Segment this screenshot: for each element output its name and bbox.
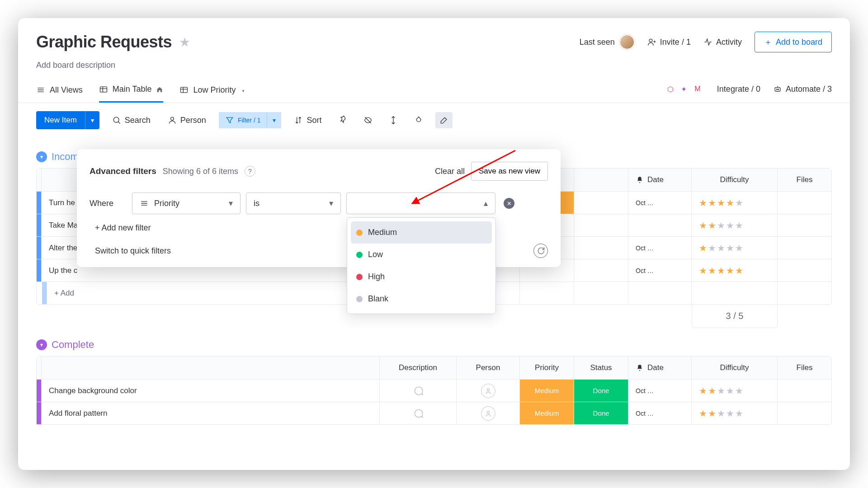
col-person[interactable]: Person [456,357,519,379]
add-to-board-button[interactable]: ＋ Add to board [755,32,832,52]
all-views-label: All Views [50,85,83,95]
bell-icon [636,364,644,372]
filter-operator-select[interactable]: is ▾ [246,192,341,214]
col-description[interactable]: Description [379,357,456,379]
all-views-tab[interactable]: All Views [36,80,83,102]
cell-difficulty[interactable]: ★★★★★ [691,214,777,236]
integrate-link[interactable]: Integrate / 0 [717,84,760,94]
filter-option-medium[interactable]: Medium [351,221,492,244]
cell-difficulty[interactable]: ★★★★★ [691,259,777,282]
switch-quick-filters-link[interactable]: Switch to quick filters [95,246,171,256]
cell-description[interactable] [379,402,456,424]
col-difficulty[interactable]: Difficulty [691,169,777,191]
cell-files[interactable] [777,214,831,236]
cell-status[interactable]: Done [574,380,628,402]
person-filter-button[interactable]: Person [163,112,211,129]
filter-option-blank[interactable]: Blank [351,288,492,310]
item-name[interactable]: Add floral pattern [41,402,379,424]
low-priority-tab[interactable]: Low Priority [179,80,246,102]
views-bar: All Views Main Table Low Priority ⬡ ✦ M … [18,70,850,103]
add-item-label: + Add [47,282,379,304]
main-table-tab[interactable]: Main Table [99,79,164,103]
cell-status[interactable] [574,214,628,236]
cell-difficulty[interactable]: ★★★★★ [691,192,777,214]
cell-date[interactable]: Oct … [628,192,691,214]
sort-button[interactable]: Sort [289,112,326,129]
caret-up-icon: ▴ [484,198,488,208]
cell-status[interactable] [574,237,628,259]
filter-value-dropdown: Medium Low High Blank [347,217,496,314]
filter-option-high[interactable]: High [351,266,492,288]
cell-date[interactable]: Oct … [628,259,691,282]
cell-files[interactable] [777,192,831,214]
hamburger-icon [36,85,45,94]
hide-icon[interactable] [359,112,377,128]
table-row[interactable]: Add floral pattern Medium Done Oct … ★★★… [37,402,831,424]
new-item-dropdown[interactable]: ▾ [85,111,99,129]
clear-all-link[interactable]: Clear all [435,167,465,176]
cell-difficulty[interactable]: ★★★★★ [691,237,777,259]
star-icon[interactable]: ★ [179,35,190,50]
item-name[interactable]: Change background color [41,380,379,402]
board-description[interactable]: Add board description [18,57,850,70]
option-label: Low [368,250,383,259]
chat-bubble-icon [412,408,424,419]
col-files[interactable]: Files [777,357,831,379]
cell-difficulty[interactable]: ★★★★★ [691,380,777,402]
cell-status[interactable] [574,192,628,214]
col-date[interactable]: Date [628,169,691,191]
col-files[interactable]: Files [777,169,831,191]
col-date-label: Date [647,175,664,184]
board-header: Graphic Requests ★ Last seen Invite / 1 … [18,18,850,57]
low-priority-label: Low Priority [193,85,236,95]
cell-status[interactable]: Done [574,402,628,424]
cell-files[interactable] [777,402,831,424]
cell-date[interactable]: Oct … [628,380,691,402]
col-status[interactable]: Status [574,357,628,379]
help-icon[interactable]: ? [245,166,255,177]
filter-value-select[interactable]: ▴ Medium Low High Blank [346,192,495,214]
automate-label: Automate / 3 [786,84,832,94]
col-difficulty[interactable]: Difficulty [691,357,777,379]
popover-title: Advanced filters [90,166,156,176]
height-icon[interactable] [385,112,402,128]
invite-link[interactable]: Invite / 1 [647,38,691,47]
remove-filter-icon[interactable]: ✕ [504,198,514,209]
pin-tool-icon[interactable] [334,112,351,128]
cell-files[interactable] [777,259,831,282]
col-date[interactable]: Date [628,357,691,379]
filter-column-select[interactable]: Priority ▾ [132,192,241,214]
cell-date[interactable]: Oct … [628,402,691,424]
cell-files[interactable] [777,237,831,259]
chat-icon[interactable] [533,244,548,258]
avatar[interactable] [619,34,635,50]
edit-icon[interactable] [435,112,453,128]
cell-priority[interactable]: Medium [519,380,574,402]
status-chip: Done [574,402,628,424]
filter-button[interactable]: Filter / 1 ▾ [219,112,282,128]
activity-link[interactable]: Activity [703,38,742,47]
chat-bubble-icon [412,385,424,397]
option-label: Blank [368,294,388,304]
filter-dropdown-caret[interactable]: ▾ [267,113,281,127]
table-row[interactable]: Change background color Medium Done Oct … [37,379,831,402]
col-priority[interactable]: Priority [519,357,574,379]
save-view-button[interactable]: Save as new view [471,162,548,181]
cell-date[interactable]: Oct … [628,237,691,259]
group-header-complete[interactable]: ▾ Complete [36,339,832,351]
cell-person[interactable] [456,402,519,424]
color-icon[interactable] [410,112,427,128]
cell-date[interactable] [628,214,691,236]
filter-option-low[interactable]: Low [351,244,492,266]
new-item-button[interactable]: New Item [36,111,85,129]
person-label: Person [180,116,206,125]
search-icon [112,116,121,125]
cell-files[interactable] [777,380,831,402]
cell-status[interactable] [574,259,628,282]
cell-priority[interactable]: Medium [519,402,574,424]
cell-difficulty[interactable]: ★★★★★ [691,402,777,424]
automate-link[interactable]: Automate / 3 [773,84,832,94]
cell-person[interactable] [456,380,519,402]
search-button[interactable]: Search [108,112,155,129]
cell-description[interactable] [379,380,456,402]
